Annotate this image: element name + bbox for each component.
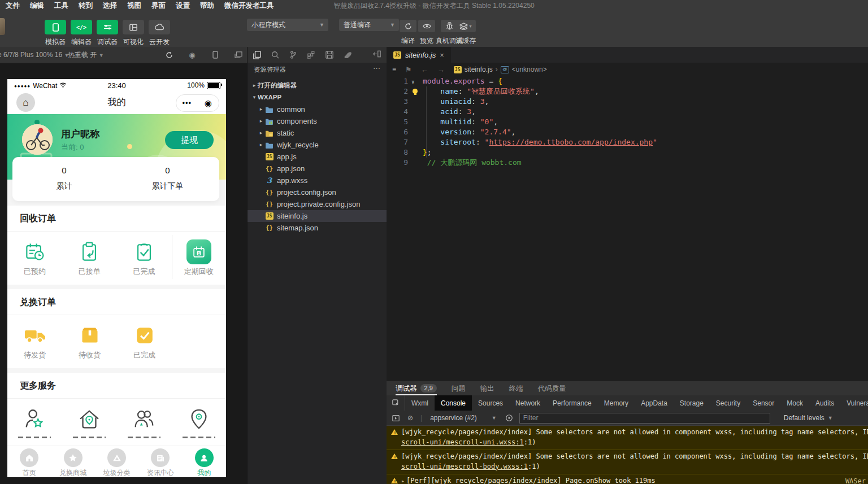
menu-item-工具[interactable]: 工具 bbox=[54, 1, 68, 11]
debugger-tab-代码质量[interactable]: 代码质量 bbox=[538, 381, 566, 395]
grid-item[interactable] bbox=[7, 407, 62, 438]
paint-icon[interactable] bbox=[343, 50, 352, 59]
tabbar-item-资讯中心[interactable]: 资讯中心 bbox=[138, 446, 182, 477]
git-branch-icon[interactable] bbox=[289, 50, 298, 59]
dock-side-icon[interactable] bbox=[391, 415, 400, 422]
withdraw-button[interactable]: 提现 bbox=[165, 131, 214, 149]
debugger-tab-调试器[interactable]: 调试器2,9 bbox=[396, 381, 437, 395]
devtools-tab-Storage[interactable]: Storage bbox=[674, 395, 710, 411]
back-icon[interactable]: ← bbox=[421, 66, 428, 74]
ellipsis-icon[interactable]: ⋯ bbox=[373, 64, 381, 72]
devtools-tab-Sources[interactable]: Sources bbox=[472, 395, 509, 411]
source-link[interactable]: scroll-uni/mescroll-body.wxss:1 bbox=[401, 463, 528, 470]
search-icon[interactable] bbox=[271, 50, 280, 59]
code-line-8[interactable]: 8}; bbox=[387, 147, 868, 158]
action-button-清缓存[interactable]: ▾清缓存 bbox=[455, 20, 476, 46]
code-area[interactable]: 1∨module.exports = {2 name: "智慧废品回收系统",3… bbox=[387, 76, 868, 381]
phone-icon[interactable] bbox=[211, 51, 219, 59]
mode-dropdown[interactable]: 小程序模式 ▼ bbox=[247, 19, 328, 31]
menu-item-界面[interactable]: 界面 bbox=[151, 1, 166, 11]
context-selector[interactable]: appservice (#2) ▼ bbox=[428, 414, 499, 422]
stat-累计下单[interactable]: 0累计下单 bbox=[116, 157, 219, 201]
tabbar-item-我的[interactable]: 我的 bbox=[183, 446, 226, 477]
capsule-menu[interactable]: ••• ◉ bbox=[176, 94, 219, 112]
tree-item-components[interactable]: ▸components bbox=[248, 115, 387, 127]
tree-item-siteinfo.js[interactable]: JSsiteinfo.js bbox=[248, 210, 387, 222]
breadcrumb-file[interactable]: JS siteinfo.js bbox=[454, 66, 493, 73]
toolbar-button-云开发[interactable]: 云开发 bbox=[146, 20, 172, 47]
grid-item-定期回收[interactable]: 1定期回收 bbox=[171, 239, 226, 277]
grid-item-已完成[interactable]: 已完成 bbox=[117, 239, 172, 277]
devtools-tab-Network[interactable]: Network bbox=[509, 395, 546, 411]
grid-item-已预约[interactable]: 已预约 bbox=[7, 239, 62, 277]
tree-item-app.js[interactable]: JSapp.js bbox=[248, 151, 387, 163]
menu-item-设置[interactable]: 设置 bbox=[176, 1, 190, 11]
debugger-tab-输出[interactable]: 输出 bbox=[480, 381, 494, 395]
code-line-6[interactable]: 6 version: "2.7.4", bbox=[387, 127, 868, 137]
code-line-1[interactable]: 1∨module.exports = { bbox=[387, 76, 868, 86]
tree-item-common[interactable]: ▸common bbox=[248, 103, 387, 115]
code-line-7[interactable]: 7 siteroot: "https://demo.ttbobo.com/app… bbox=[387, 137, 868, 147]
console-message[interactable]: ▸[Perf][wjyk_recycle/pages/index/index] … bbox=[387, 474, 868, 484]
breadcrumb-symbol[interactable]: <unknown> bbox=[512, 66, 547, 73]
stat-累计[interactable]: 0累计 bbox=[12, 157, 116, 201]
tabbar-item-首页[interactable]: 首页 bbox=[7, 446, 51, 477]
menu-item-编辑[interactable]: 编辑 bbox=[30, 1, 44, 11]
code-line-5[interactable]: 5 multiid: "0", bbox=[387, 117, 868, 127]
menu-item-转到[interactable]: 转到 bbox=[79, 1, 93, 11]
grid-item-待收货[interactable]: 待收货 bbox=[62, 323, 117, 360]
console-filter-input[interactable] bbox=[519, 413, 770, 424]
tree-item-app.json[interactable]: {}app.json bbox=[248, 163, 387, 175]
grid-item-已完成[interactable]: 已完成 bbox=[117, 323, 172, 360]
menu-item-选择[interactable]: 选择 bbox=[103, 1, 117, 11]
split-editor-icon[interactable] bbox=[373, 50, 381, 60]
device-selector[interactable]: e 6/7/8 Plus 100% 16 ▼ bbox=[0, 47, 69, 63]
close-icon[interactable]: × bbox=[440, 51, 444, 59]
grid-item[interactable] bbox=[62, 407, 117, 438]
inspect-element-icon[interactable] bbox=[387, 395, 405, 411]
user-avatar[interactable] bbox=[0, 18, 5, 35]
toolbar-button-调试器[interactable]: 调试器 bbox=[94, 20, 120, 47]
compile-mode-dropdown[interactable]: 普通编译 ▼ bbox=[339, 19, 399, 31]
console-message[interactable]: [wjyk_recycle/pages/index/index] Some se… bbox=[387, 450, 868, 474]
log-levels-dropdown[interactable]: Default levels ▼ bbox=[784, 414, 833, 422]
code-line-3[interactable]: 3 uniacid: 3, bbox=[387, 97, 868, 107]
grid-item-待发货[interactable]: 待发货 bbox=[7, 323, 62, 360]
toolbar-button-可视化[interactable]: 可视化 bbox=[120, 20, 146, 47]
expander-icon[interactable]: ▸ bbox=[401, 478, 405, 484]
menu-item-帮助[interactable]: 帮助 bbox=[200, 1, 214, 11]
devtools-tab-Vulnerabi[interactable]: Vulnerabi bbox=[840, 395, 868, 411]
devtools-tab-Performance[interactable]: Performance bbox=[546, 395, 598, 411]
grid-item-已接单[interactable]: 已接单 bbox=[62, 239, 117, 277]
tree-section-打开的编辑器[interactable]: ▸打开的编辑器 bbox=[248, 80, 387, 91]
toolbar-button-模拟器[interactable]: 模拟器 bbox=[42, 20, 68, 47]
editor-tab-siteinfo[interactable]: JS siteinfo.js × bbox=[387, 47, 451, 63]
save-all-icon[interactable] bbox=[325, 50, 334, 59]
menu-item-文件[interactable]: 文件 bbox=[6, 1, 20, 11]
grid-item[interactable] bbox=[117, 407, 172, 438]
lightbulb-icon[interactable] bbox=[413, 89, 418, 94]
tree-item-project.private.config.json[interactable]: {}project.private.config.json bbox=[248, 198, 387, 210]
exit-target-icon[interactable]: ◉ bbox=[198, 98, 219, 108]
tree-item-project.config.json[interactable]: {}project.config.json bbox=[248, 186, 387, 198]
debugger-tab-终端[interactable]: 终端 bbox=[509, 381, 523, 395]
refresh-icon[interactable] bbox=[165, 51, 173, 59]
devtools-tab-Security[interactable]: Security bbox=[710, 395, 747, 411]
devtools-tab-AppData[interactable]: AppData bbox=[635, 395, 674, 411]
tree-item-app.wxss[interactable]: 3app.wxss bbox=[248, 175, 387, 186]
devtools-tab-Memory[interactable]: Memory bbox=[598, 395, 635, 411]
extensions-icon[interactable] bbox=[307, 50, 316, 59]
clear-console-icon[interactable]: ⊘ bbox=[406, 414, 415, 422]
grid-item[interactable] bbox=[171, 407, 226, 438]
devtools-tab-Console[interactable]: Console bbox=[435, 395, 472, 411]
code-line-4[interactable]: 4 acid: 3, bbox=[387, 107, 868, 117]
more-dots-icon[interactable]: ••• bbox=[176, 99, 198, 107]
files-icon[interactable] bbox=[253, 50, 262, 59]
tabbar-item-兑换商城[interactable]: 兑换商城 bbox=[51, 446, 94, 477]
devtools-tab-Wxml[interactable]: Wxml bbox=[405, 395, 435, 411]
tree-item-wjyk_recycle[interactable]: ▸wjyk_recycle bbox=[248, 139, 387, 151]
avatar[interactable] bbox=[22, 124, 53, 155]
tree-item-static[interactable]: ▸static bbox=[248, 127, 387, 139]
code-line-9[interactable]: 9 // 大鹏源码网 wobbt.com bbox=[387, 158, 868, 168]
tree-section-WXAPP[interactable]: ▾WXAPP bbox=[248, 91, 387, 103]
